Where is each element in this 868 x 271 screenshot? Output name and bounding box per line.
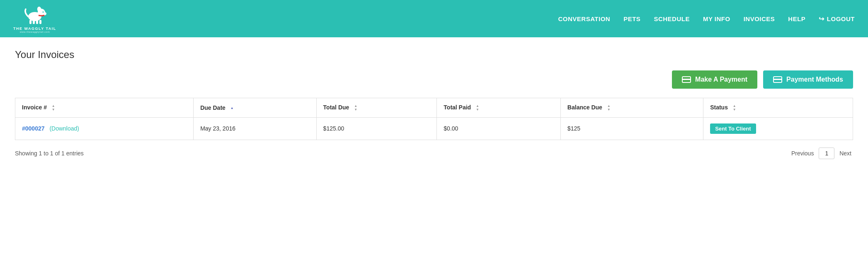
logo[interactable]: THE WAGGLY TAIL www.thewagglytail.com: [13, 4, 56, 34]
card-icon-payment: [682, 76, 691, 83]
svg-rect-6: [36, 20, 38, 24]
cell-status: Sent To Client: [703, 117, 853, 140]
cell-total-due: $125.00: [316, 117, 437, 140]
brand-sub: www.thewagglytail.com: [20, 31, 50, 33]
nav-conversation[interactable]: CONVERSATION: [558, 15, 610, 22]
nav-help[interactable]: HELP: [788, 15, 805, 22]
sort-total-due[interactable]: ▲ ▼: [354, 104, 357, 111]
card-icon-methods: [773, 76, 782, 83]
cell-due-date: May 23, 2016: [194, 117, 316, 140]
cell-balance-due: $125: [560, 117, 703, 140]
svg-rect-7: [39, 20, 41, 24]
sort-due-date[interactable]: ▲: [230, 106, 234, 110]
entries-info: Showing 1 to 1 of 1 entries: [15, 150, 84, 157]
next-button[interactable]: Next: [838, 148, 853, 159]
page-title: Your Invoices: [15, 49, 853, 60]
col-status[interactable]: Status ▲ ▼: [703, 98, 853, 118]
action-buttons: Make A Payment Payment Methods: [15, 70, 853, 89]
svg-rect-4: [29, 20, 32, 24]
col-total-paid[interactable]: Total Paid ▲ ▼: [437, 98, 561, 118]
payment-methods-button[interactable]: Payment Methods: [763, 70, 853, 89]
svg-rect-5: [33, 20, 35, 24]
nav-pets[interactable]: PETS: [623, 15, 640, 22]
sort-status[interactable]: ▲ ▼: [733, 104, 736, 111]
nav-logout[interactable]: ↪ LOGOUT: [819, 15, 855, 23]
col-balance-due[interactable]: Balance Due ▲ ▼: [560, 98, 703, 118]
svg-point-8: [42, 11, 44, 12]
col-due-date[interactable]: Due Date ▲: [194, 98, 316, 118]
col-invoice-num[interactable]: Invoice # ▲ ▼: [15, 98, 194, 118]
table-row: #000027 (Download) May 23, 2016 $125.00 …: [15, 117, 853, 140]
invoice-number-link[interactable]: #000027: [22, 125, 45, 132]
table-footer: Showing 1 to 1 of 1 entries Previous 1 N…: [15, 148, 853, 159]
sort-total-paid[interactable]: ▲ ▼: [476, 104, 479, 111]
table-body: #000027 (Download) May 23, 2016 $125.00 …: [15, 117, 853, 140]
site-header: THE WAGGLY TAIL www.thewagglytail.com CO…: [0, 0, 868, 37]
cell-total-paid: $0.00: [437, 117, 561, 140]
invoice-table: Invoice # ▲ ▼ Due Date ▲ Total Due ▲: [15, 98, 853, 140]
nav-invoices[interactable]: INVOICES: [744, 15, 775, 22]
main-content: Your Invoices Make A Payment Payment Met…: [0, 37, 868, 271]
page-number[interactable]: 1: [819, 148, 834, 159]
brand-name: THE WAGGLY TAIL: [13, 27, 56, 31]
main-nav: CONVERSATION PETS SCHEDULE MY INFO INVOI…: [558, 15, 855, 23]
nav-my-info[interactable]: MY INFO: [703, 15, 730, 22]
col-total-due[interactable]: Total Due ▲ ▼: [316, 98, 437, 118]
sort-invoice-num[interactable]: ▲ ▼: [52, 104, 55, 111]
sort-balance-due[interactable]: ▲ ▼: [607, 104, 611, 111]
status-badge: Sent To Client: [710, 123, 756, 134]
nav-schedule[interactable]: SCHEDULE: [654, 15, 690, 22]
download-link[interactable]: (Download): [49, 125, 79, 132]
previous-button[interactable]: Previous: [790, 148, 815, 159]
logo-dog-icon: [22, 4, 47, 26]
cell-invoice-num: #000027 (Download): [15, 117, 194, 140]
table-header: Invoice # ▲ ▼ Due Date ▲ Total Due ▲: [15, 98, 853, 118]
make-payment-button[interactable]: Make A Payment: [672, 70, 757, 89]
pagination: Previous 1 Next: [790, 148, 853, 159]
logout-icon: ↪: [819, 15, 824, 23]
